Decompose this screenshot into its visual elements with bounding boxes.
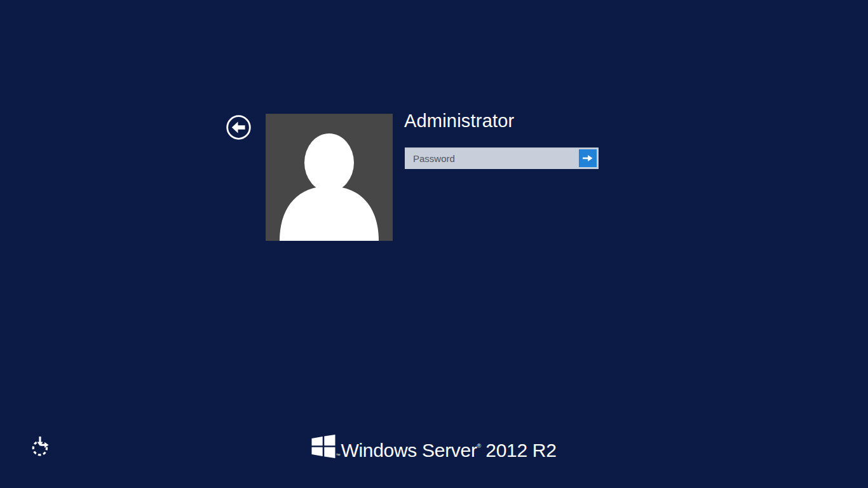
password-input[interactable] bbox=[405, 147, 579, 169]
brand-version: 2012 R2 bbox=[485, 440, 556, 461]
submit-button[interactable] bbox=[579, 149, 597, 167]
brand-name: Windows Server bbox=[341, 440, 477, 461]
password-row bbox=[405, 147, 599, 169]
branding: ™ Windows Server®2012 R2 bbox=[0, 435, 868, 462]
logon-screen: Administrator bbox=[0, 0, 868, 488]
trademark-symbol: ™ bbox=[336, 453, 340, 458]
brand-text: Windows Server®2012 R2 bbox=[341, 435, 556, 462]
back-button[interactable] bbox=[226, 114, 252, 140]
back-arrow-icon bbox=[226, 114, 252, 140]
windows-logo-icon: ™ bbox=[311, 435, 336, 458]
arrow-right-icon bbox=[580, 151, 595, 166]
user-name: Administrator bbox=[404, 111, 514, 132]
user-avatar bbox=[266, 114, 393, 241]
registered-symbol: ® bbox=[477, 443, 482, 449]
person-silhouette-icon bbox=[266, 114, 393, 241]
